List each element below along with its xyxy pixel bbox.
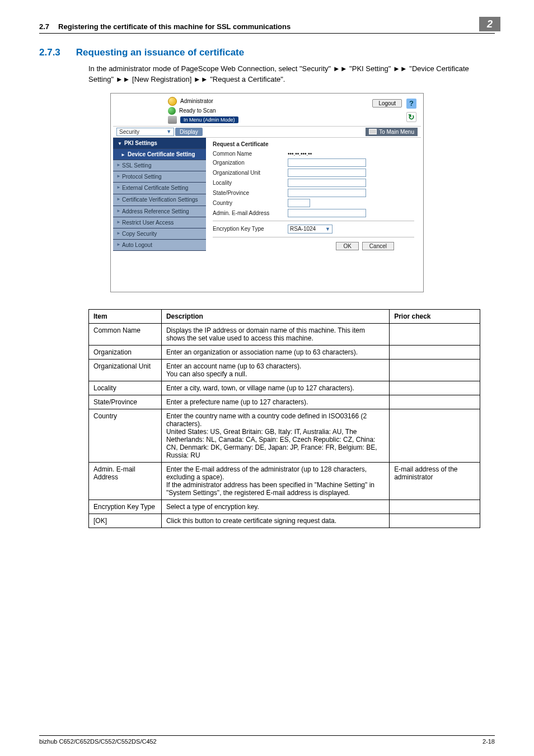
cell-prior [390,395,480,409]
input-org-unit[interactable] [288,169,366,177]
dropdown-value: Security [119,129,139,135]
cell-desc: Enter an organization or association nam… [161,345,389,359]
label-org-unit: Organizational Unit [213,170,288,176]
label-country: Country [213,200,288,206]
input-organization[interactable] [288,158,366,167]
label-enc-key-type: Encryption Key Type [213,226,288,232]
table-row: State/ProvinceEnter a prefecture name (u… [89,395,480,409]
ok-button[interactable]: OK [336,242,358,250]
th-prior: Prior check [390,309,480,323]
sidebar-item-ssl[interactable]: SSL Setting [113,160,206,171]
input-state[interactable] [288,189,366,197]
cell-desc: Click this button to create certificate … [161,514,389,528]
label-state: State/Province [213,190,288,196]
label-admin-email: Admin. E-mail Address [213,210,288,216]
cancel-button[interactable]: Cancel [362,242,394,250]
sidebar-item-pki-settings[interactable]: PKI Settings [113,138,206,149]
sidebar: PKI Settings Device Certificate Setting … [113,138,206,290]
cell-item: Country [89,409,162,462]
table-row: LocalityEnter a city, ward, town, or vil… [89,381,480,395]
sidebar-item-cert-verification[interactable]: Certificate Verification Settings [113,194,206,206]
administrator-label: Administrator [180,98,213,104]
cell-desc: Enter an account name (up to 63 characte… [161,359,389,381]
sidebar-item-restrict-user[interactable]: Restrict User Access [113,217,206,228]
cell-item: Organizational Unit [89,359,162,381]
label-common-name: Common Name [213,151,288,157]
chevron-down-icon: ▼ [325,226,330,232]
cell-prior: E-mail address of the administrator [390,462,480,500]
cell-desc: Enter a city, ward, town, or village nam… [161,381,389,395]
screenshot-panel: Administrator Ready to Scan In Menu (Adm… [110,93,424,292]
sidebar-item-copy-security[interactable]: Copy Security [113,228,206,240]
cell-desc: Displays the IP address or domain name o… [161,323,389,345]
cell-item: State/Province [89,395,162,409]
cell-prior [390,381,480,395]
to-main-menu-button[interactable]: To Main Menu [366,128,418,136]
th-item: Item [89,309,162,323]
window-icon [369,129,377,134]
cell-desc: Enter the country name with a country co… [161,409,389,462]
cell-item: Locality [89,381,162,395]
cell-prior [390,514,480,528]
cell-desc: Select a type of encryption key. [161,500,389,514]
subsection-title: Requesting an issuance of certificate [76,47,244,58]
table-row: Admin. E-mail AddressEnter the E-mail ad… [89,462,480,500]
page-footer: bizhub C652/C652DS/C552/C552DS/C452 2-18 [39,735,495,745]
value-common-name: •••.••.•••.•• [288,151,312,157]
cell-prior [390,323,480,345]
cell-desc: Enter a prefecture name (up to 127 chara… [161,395,389,409]
label-organization: Organization [213,160,288,166]
cell-prior [390,359,480,381]
table-row: Common NameDisplays the IP address or do… [89,323,480,345]
input-locality[interactable] [288,179,366,187]
cell-item: [OK] [89,514,162,528]
logout-button[interactable]: Logout [372,99,402,108]
chapter-corner-tab: 2 [479,17,500,31]
sidebar-item-address-ref[interactable]: Address Reference Setting [113,206,206,217]
th-desc: Description [161,309,389,323]
menu-mode-icon [168,116,177,124]
cell-item: Organization [89,345,162,359]
form-pane: Request a Certificate Common Name •••.••… [206,138,421,290]
ready-to-scan-label: Ready to Scan [179,108,216,114]
cell-desc: Enter the E-mail address of the administ… [161,462,389,500]
table-row: Organizational UnitEnter an account name… [89,359,480,381]
printer-status-icon [168,107,176,115]
menu-mode-chip: In Menu (Admin Mode) [180,116,238,123]
table-row: OrganizationEnter an organization or ass… [89,345,480,359]
label-locality: Locality [213,180,288,186]
section-dropdown[interactable]: Security ▼ [116,128,174,136]
description-table: Item Description Prior check Common Name… [88,309,480,528]
table-row: Encryption Key TypeSelect a type of encr… [89,500,480,514]
table-row: [OK]Click this button to create certific… [89,514,480,528]
header-section-title: Registering the certificate of this mach… [58,22,495,31]
display-button[interactable]: Display [175,128,203,136]
table-row: CountryEnter the country name with a cou… [89,409,480,462]
sidebar-item-protocol[interactable]: Protocol Setting [113,171,206,183]
sidebar-item-external-cert[interactable]: External Certificate Setting [113,183,206,194]
help-icon[interactable]: ? [406,99,416,109]
running-header: 2.7 Registering the certificate of this … [39,22,495,34]
sidebar-item-auto-logout[interactable]: Auto Logout [113,240,206,251]
cell-prior [390,500,480,514]
cell-item: Admin. E-mail Address [89,462,162,500]
cell-item: Encryption Key Type [89,500,162,514]
chevron-down-icon: ▼ [166,129,171,134]
admin-avatar-icon [168,97,177,106]
cell-item: Common Name [89,323,162,345]
input-country[interactable] [288,199,310,207]
cell-prior [390,345,480,359]
refresh-icon[interactable]: ↻ [406,112,416,122]
select-enc-key-type[interactable]: RSA-1024 ▼ [288,225,332,234]
to-main-menu-label: To Main Menu [379,129,414,135]
cell-prior [390,409,480,462]
sidebar-item-device-cert[interactable]: Device Certificate Setting [113,149,206,160]
footer-page-num: 2-18 [483,738,495,745]
subsection-number: 2.7.3 [39,47,60,58]
footer-model: bizhub C652/C652DS/C552/C552DS/C452 [39,738,157,745]
header-section-num: 2.7 [39,22,49,31]
select-enc-key-value: RSA-1024 [290,226,316,232]
intro-paragraph: In the administrator mode of PageScope W… [88,64,495,85]
form-title: Request a Certificate [213,141,414,147]
input-admin-email[interactable] [288,209,366,217]
